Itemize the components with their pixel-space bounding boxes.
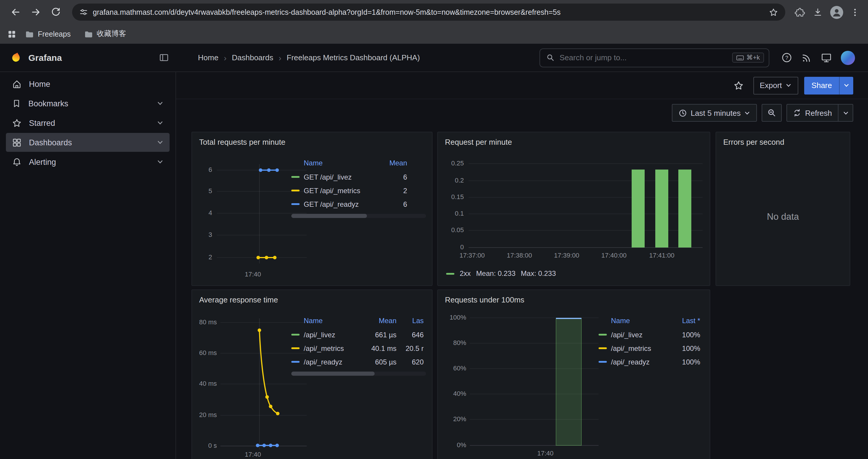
series-name[interactable]: /api/_readyz [304, 358, 342, 366]
scrollbar-thumb[interactable] [291, 371, 375, 376]
series-name[interactable]: GET /api/_readyz [304, 200, 359, 208]
sidebar-item-dashboards[interactable]: Dashboards [6, 133, 169, 152]
panel-title[interactable]: Average response time [199, 295, 278, 304]
series-name[interactable]: /api/_livez [304, 330, 335, 339]
sidebar-toggle-button[interactable] [159, 53, 169, 63]
series-swatch [598, 361, 607, 363]
bookmark-folder-freeleaps[interactable]: Freeleaps [20, 28, 75, 40]
refresh-button-group: Refresh [787, 104, 853, 122]
refresh-interval-button[interactable] [838, 104, 853, 122]
legend-row: /api/_readyz 605 µs 620 [291, 355, 426, 369]
y-tick: 80 ms [199, 319, 217, 326]
bookmark-folder-blogs[interactable]: 收藏博客 [79, 27, 131, 41]
sidebar-item-bookmarks[interactable]: Bookmarks [6, 94, 169, 113]
refresh-button[interactable]: Refresh [787, 104, 838, 122]
browser-reload-button[interactable] [46, 3, 65, 22]
folder-icon [84, 29, 93, 39]
chevron-down-icon[interactable] [157, 100, 164, 107]
downloads-icon[interactable] [812, 7, 823, 18]
series-name[interactable]: 2xx [460, 269, 471, 277]
legend-header-last[interactable]: Las [397, 317, 424, 325]
legend-scrollbar[interactable] [291, 214, 426, 218]
url-input[interactable] [93, 8, 764, 16]
series-metrics-line [258, 328, 279, 415]
browser-menu-kebab-icon[interactable] [850, 7, 860, 17]
series-name[interactable]: /api/_metrics [611, 344, 651, 352]
under-100ms-chart: 100% 80% 60% 40% 20% 0% 17:40 [442, 311, 602, 459]
legend-row: /api/_readyz 100% [598, 355, 700, 369]
chevron-down-icon[interactable] [157, 158, 164, 165]
time-range-picker[interactable]: Last 5 minutes [672, 104, 757, 122]
series-mean: 661 µs [362, 330, 397, 339]
sidebar-item-home[interactable]: Home [6, 74, 169, 93]
export-label: Export [760, 81, 782, 90]
series-swatch [291, 347, 300, 349]
y-tick: 2 [209, 254, 212, 261]
x-tick: 17:40 [245, 270, 261, 278]
breadcrumb-home[interactable]: Home [198, 53, 218, 62]
site-info-tune-icon[interactable] [79, 8, 88, 17]
export-button[interactable]: Export [753, 76, 798, 94]
legend-row: /api/_metrics 40.1 ms 20.5 r [291, 341, 426, 355]
browser-profile-avatar[interactable] [830, 6, 843, 19]
legend-header-mean[interactable]: Mean [362, 317, 397, 325]
y-tick: 3 [209, 231, 212, 238]
legend-header-name[interactable]: Name [598, 317, 672, 325]
series-name[interactable]: /api/_metrics [304, 344, 344, 352]
panel-request-per-minute: Request per minute 0.25 0.2 0.15 0.1 0.0… [437, 132, 710, 286]
grafana-header-left: Grafana [0, 44, 176, 71]
chevron-down-icon[interactable] [157, 119, 164, 126]
browser-forward-button[interactable] [26, 3, 45, 22]
legend-header-name[interactable]: Name [291, 159, 380, 167]
series-mean: 40.1 ms [362, 344, 397, 352]
series-last: 620 [397, 358, 424, 366]
share-button[interactable]: Share [804, 76, 839, 94]
help-icon[interactable]: ? [781, 52, 793, 63]
sidebar-item-starred[interactable]: Starred [6, 113, 169, 132]
y-tick: 0.1 [455, 210, 464, 217]
grafana-brand[interactable]: Grafana [28, 53, 62, 63]
y-tick: 6 [209, 166, 212, 173]
x-tick: 17:40:00 [601, 252, 627, 259]
series-swatch [291, 334, 300, 335]
y-tick: 5 [209, 187, 212, 195]
series-name[interactable]: /api/_livez [611, 330, 643, 339]
bookmark-star-icon[interactable] [769, 7, 778, 17]
legend-header-name[interactable]: Name [291, 317, 362, 325]
sidebar-item-alerting[interactable]: Alerting [6, 153, 169, 171]
series-name[interactable]: /api/_readyz [611, 358, 650, 366]
panel-title[interactable]: Errors per second [723, 138, 784, 146]
apps-grid-icon[interactable] [7, 29, 17, 39]
share-menu-button[interactable] [839, 76, 853, 94]
user-avatar[interactable] [841, 51, 855, 65]
breadcrumb-dashboards[interactable]: Dashboards [232, 53, 273, 62]
y-tick: 80% [453, 339, 466, 347]
legend-table: Name Mean Las /api/_livez 661 µs 646 /ap… [291, 314, 426, 376]
sidebar-nav: Home Bookmarks Starred Dashboards Alerti… [0, 72, 176, 459]
legend-scrollbar[interactable] [291, 371, 426, 376]
monitor-icon[interactable] [821, 52, 832, 63]
zoom-out-button[interactable] [762, 104, 782, 122]
legend-row: /api/_livez 100% [598, 328, 700, 341]
panel-title[interactable]: Total requests per minute [199, 138, 285, 146]
search-input[interactable] [560, 53, 727, 62]
favorite-dashboard-button[interactable] [730, 76, 747, 94]
sidebar-item-label: Alerting [29, 157, 56, 166]
panel-title[interactable]: Request per minute [445, 138, 512, 146]
series-name[interactable]: GET /api/_livez [304, 173, 351, 181]
legend-header-mean[interactable]: Mean [380, 159, 407, 167]
address-bar[interactable] [72, 4, 785, 21]
series-2xx-bars [632, 169, 691, 248]
grafana-logo-icon[interactable] [9, 51, 23, 64]
chevron-down-icon[interactable] [157, 139, 164, 146]
panel-title[interactable]: Requests under 100ms [445, 295, 524, 304]
y-tick: 0.25 [451, 160, 464, 167]
scrollbar-thumb[interactable] [291, 214, 367, 218]
news-rss-icon[interactable] [801, 52, 812, 63]
search-box[interactable]: ⌘+k [539, 48, 769, 67]
browser-back-button[interactable] [6, 3, 25, 22]
legend-header-last[interactable]: Last * [672, 317, 700, 325]
chevron-down-icon [843, 82, 850, 89]
series-name[interactable]: GET /api/_metrics [304, 186, 361, 195]
extensions-puzzle-icon[interactable] [795, 7, 805, 18]
